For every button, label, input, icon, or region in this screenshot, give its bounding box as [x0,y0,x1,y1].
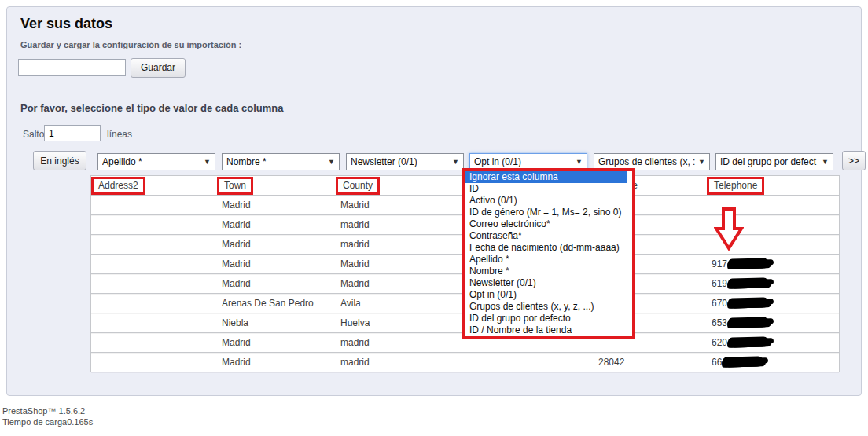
phone-prefix: 66 [712,357,722,368]
red-highlight-box: Telephone [707,177,764,195]
import-panel: Ver sus datos Guardar y cargar la config… [6,6,862,396]
dropdown-option[interactable]: Nombre * [465,266,632,277]
dropdown-option[interactable]: Ignorar esta columna [465,171,627,183]
table-cell [515,353,594,372]
redaction-scribble [728,336,769,347]
telephone-cell: 917 [707,255,839,273]
chevron-down-icon: ▼ [698,154,705,170]
phone-prefix: 670 [712,298,727,309]
column-select-value: ID del grupo por defect [720,154,818,170]
table-cell [91,274,217,293]
page: Ver sus datos Guardar y cargar la config… [0,0,868,436]
skip-label: Salto [23,129,44,140]
column-header: Address2 [91,176,217,195]
table-cell: Madrid [217,274,336,293]
skip-suffix-label: líneas [107,129,132,140]
column-select-1[interactable]: Apellido *▼ [97,153,215,170]
skip-lines-input[interactable] [44,125,101,141]
table-cell [91,294,217,313]
dropdown-option[interactable]: Grupos de clientes (x, y, z, ...) [465,301,632,313]
dropdown-option[interactable]: Activo (0/1) [465,195,632,207]
dropdown-option[interactable]: Newsletter (0/1) [465,277,632,289]
dropdown-option[interactable]: Opt in (0/1) [465,289,632,301]
telephone-cell: 670 [707,294,839,313]
footer-version: PrestaShop™ 1.5.6.2 [2,405,93,416]
forward-button[interactable]: >> [842,151,866,170]
redaction-scribble [728,258,769,269]
dropdown-option[interactable]: Correo electrónico* [465,218,632,230]
table-cell: Niebla [217,313,336,332]
table-cell: Madrid [217,255,336,273]
column-select-value: Opt in (0/1) [474,154,572,170]
column-select-value: Newsletter (0/1) [351,154,449,170]
redaction-scribble [728,297,769,308]
dropdown-option[interactable]: ID [465,183,632,195]
page-title: Ver sus datos [20,16,112,32]
footer-load-time: Tiempo de carga0.165s [2,416,93,427]
redaction-scribble [728,277,769,288]
english-button[interactable]: En inglés [33,151,86,170]
phone-prefix: 620 [712,337,727,348]
table-cell [91,255,217,273]
column-header: Town [217,176,336,195]
dropdown-option[interactable]: ID del grupo por defecto [465,313,632,324]
redaction-scribble [723,356,763,367]
table-row: Madridmadrid2804266 [91,353,839,372]
table-cell [91,196,217,214]
phone-prefix: 653 [712,317,727,328]
table-cell [91,333,217,352]
table-cell: madrid [336,353,515,372]
telephone-cell: 620 [707,333,839,352]
column-select-value: Grupos de clientes (x, : [598,154,695,170]
red-highlight-box: Town [217,177,253,195]
table-cell [91,313,217,332]
chevron-down-icon: ▼ [822,154,829,170]
table-cell: Madrid [217,196,336,214]
dropdown-option[interactable]: Fecha de nacimiento (dd-mm-aaaa) [465,242,632,254]
section-heading: Por favor, seleccione el tipo de valor d… [20,102,284,114]
redaction-scribble [728,317,769,328]
chevron-down-icon: ▼ [576,154,583,170]
chevron-down-icon: ▼ [328,154,335,170]
column-header: Telephone [707,176,839,195]
config-subtitle: Guardar y cargar la configuración de su … [20,40,241,49]
phone-prefix: 619 [712,278,727,289]
red-down-arrow-icon [714,207,744,251]
telephone-cell: 653 [707,313,839,332]
table-cell [91,353,217,372]
column-select-2[interactable]: Nombre *▼ [222,153,340,170]
table-cell [91,215,217,234]
chevron-down-icon: ▼ [204,154,211,170]
table-cell: Madrid [217,215,336,234]
dropdown-option[interactable]: ID / Nombre de la tienda [465,324,632,336]
column-select-value: Apellido * [102,154,200,170]
table-cell: Arenas De San Pedro [217,294,336,313]
save-button[interactable]: Guardar [131,58,186,78]
table-cell [91,235,217,254]
dropdown-option[interactable]: Contraseña* [465,230,632,242]
red-highlight-box: Address2 [91,177,145,195]
table-cell: Madrid [217,333,336,352]
chevron-down-icon: ▼ [452,154,459,170]
column-type-dropdown-list: Ignorar esta columnaIDActivo (0/1)ID de … [462,168,635,339]
red-highlight-box: County [336,177,380,195]
telephone-cell: 66 [707,353,839,372]
column-select-3[interactable]: Newsletter (0/1)▼ [346,153,464,170]
telephone-cell: 619 [707,274,839,293]
phone-prefix: 917 [712,258,727,269]
column-select-6[interactable]: ID del grupo por defect▼ [715,153,833,170]
table-cell: 28042 [594,353,707,372]
dropdown-option[interactable]: Apellido * [465,254,632,266]
table-cell: Madrid [217,353,336,372]
config-name-input[interactable] [18,59,126,76]
table-cell: Madrid [217,235,336,254]
footer: PrestaShop™ 1.5.6.2 Tiempo de carga0.165… [2,405,93,427]
column-select-value: Nombre * [226,154,325,170]
dropdown-option[interactable]: ID de género (Mr = 1, Ms= 2, sino 0) [465,207,632,218]
